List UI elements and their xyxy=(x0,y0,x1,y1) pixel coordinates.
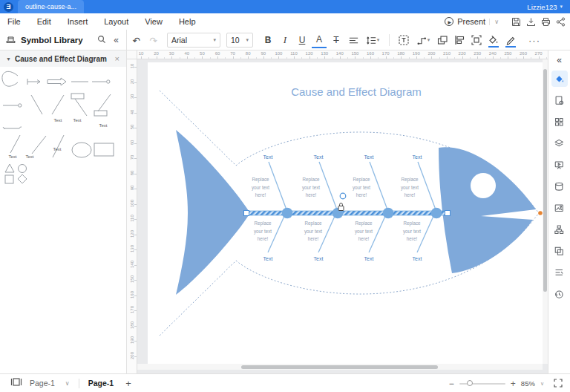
shape-branch-text-symbol[interactable] xyxy=(53,135,64,157)
branch-placeholder-text[interactable]: here! xyxy=(356,192,367,197)
branch-placeholder-text[interactable]: here! xyxy=(404,192,416,197)
branch-placeholder-text[interactable]: your text xyxy=(355,229,373,235)
present-chevron-icon[interactable]: ∨ xyxy=(489,19,499,25)
shape-line-endpoint-symbol[interactable] xyxy=(3,104,22,107)
branch-placeholder-text[interactable]: your text xyxy=(302,185,320,191)
present-button[interactable]: ▶ Present ∨ xyxy=(445,13,499,30)
branch-placeholder-text[interactable]: Replace xyxy=(302,177,320,183)
branch-placeholder-text[interactable]: your text xyxy=(304,229,322,235)
rightbar-page-settings-icon[interactable] xyxy=(551,92,568,108)
branch-placeholder-text[interactable]: here! xyxy=(255,192,266,197)
align-shapes-button[interactable] xyxy=(452,32,467,48)
shape-branch-text-symbol[interactable] xyxy=(52,95,64,114)
branch-node[interactable] xyxy=(282,208,293,219)
branch-text-label-top[interactable]: Text xyxy=(413,154,422,160)
menu-help[interactable]: Help xyxy=(179,17,196,26)
align-text-button[interactable] xyxy=(346,32,361,48)
rightbar-symbol-library-icon[interactable] xyxy=(551,114,568,130)
add-page-button[interactable]: + xyxy=(125,378,131,389)
branch-placeholder-text[interactable]: your text xyxy=(252,185,269,191)
branch-placeholder-text[interactable]: here! xyxy=(407,236,418,241)
rightbar-data-icon[interactable] xyxy=(551,178,568,195)
branch-text-label-bottom[interactable]: Text xyxy=(314,256,324,261)
shape-block-arrow-symbol[interactable] xyxy=(48,78,66,85)
library-section-header[interactable]: ▼ Cause and Effect Diagram × xyxy=(0,50,126,67)
shape-triangle-symbol[interactable] xyxy=(5,164,14,172)
search-icon[interactable] xyxy=(97,33,106,47)
strikethrough-button[interactable]: T xyxy=(329,32,344,48)
rotation-handle[interactable] xyxy=(340,193,346,199)
page-overview-icon[interactable] xyxy=(10,376,22,390)
bold-button[interactable]: B xyxy=(261,32,275,48)
selection-handle-left[interactable] xyxy=(244,211,249,216)
collapse-left-panel-icon[interactable]: « xyxy=(114,35,119,45)
branch-placeholder-text[interactable]: Replace xyxy=(304,220,322,226)
branch-placeholder-text[interactable]: Replace xyxy=(252,177,269,183)
menu-file[interactable]: File xyxy=(7,17,21,26)
menu-view[interactable]: View xyxy=(145,17,163,26)
drawing-canvas[interactable]: Cause and Effect Diagram TextTextReplace… xyxy=(137,59,548,373)
fill-color-button[interactable] xyxy=(486,32,501,48)
horizontal-scrollbar-thumb[interactable] xyxy=(241,365,438,369)
branch-text-label-bottom[interactable]: Text xyxy=(413,256,422,261)
menu-insert[interactable]: Insert xyxy=(68,17,88,26)
shape-branch-text-symbol[interactable] xyxy=(10,135,20,153)
more-tools-button[interactable]: ··· xyxy=(528,35,540,46)
shape-rectangle-symbol[interactable] xyxy=(94,143,114,156)
page-tab-active[interactable]: Page-1 xyxy=(88,379,114,388)
branch-placeholder-text[interactable]: here! xyxy=(258,236,269,241)
zoom-in-button[interactable]: + xyxy=(511,379,516,389)
page-selector[interactable]: Page-1 xyxy=(30,379,55,388)
undo-button[interactable]: ↶ xyxy=(129,32,144,48)
fishbone-spine-selected[interactable] xyxy=(246,211,448,215)
vertical-scrollbar[interactable] xyxy=(543,59,548,364)
user-account-menu[interactable]: Lizzie123 ▾ xyxy=(527,0,563,13)
branch-text-label-top[interactable]: Text xyxy=(364,154,374,160)
insert-textbox-button[interactable] xyxy=(396,32,411,48)
branch-placeholder-text[interactable]: here! xyxy=(306,192,317,197)
menu-layout[interactable]: Layout xyxy=(104,17,128,26)
selection-handle-right[interactable] xyxy=(445,211,451,216)
underline-button[interactable]: U xyxy=(295,32,309,48)
shape-arrow-symbol[interactable] xyxy=(27,79,40,85)
branch-placeholder-text[interactable]: your text xyxy=(401,185,419,191)
shape-category-box-symbol[interactable] xyxy=(71,94,87,116)
zoom-slider-knob[interactable] xyxy=(467,380,473,386)
select-group-button[interactable] xyxy=(469,32,484,48)
shape-diagonal-branch-symbol[interactable] xyxy=(31,95,42,114)
download-button[interactable] xyxy=(526,17,536,27)
section-collapse-caret-icon[interactable]: ▼ xyxy=(6,56,11,62)
collapse-right-panel-icon[interactable]: « xyxy=(557,55,562,65)
app-logo-icon[interactable]: Ǝ xyxy=(4,2,13,12)
zoom-chevron-icon[interactable]: ∨ xyxy=(540,381,544,387)
page-selector-chevron-icon[interactable]: ∨ xyxy=(65,380,70,387)
branch-placeholder-text[interactable]: your text xyxy=(403,229,421,235)
horizontal-scrollbar[interactable] xyxy=(137,364,543,370)
branch-placeholder-text[interactable]: Replace xyxy=(355,220,373,226)
shape-palette[interactable]: Text Text Text Text Text Text xyxy=(0,67,127,200)
save-button[interactable] xyxy=(511,17,521,27)
branch-placeholder-text[interactable]: your text xyxy=(353,185,370,191)
branch-placeholder-text[interactable]: Replace xyxy=(353,177,370,183)
connector-tool-button[interactable]: ▾ xyxy=(413,32,433,48)
font-color-button[interactable]: A xyxy=(312,32,327,48)
diagram-title[interactable]: Cause and Effect Diagram xyxy=(291,85,422,98)
branch-placeholder-text[interactable]: your text xyxy=(254,229,272,235)
close-section-icon[interactable]: × xyxy=(115,54,119,63)
shape-diamond-symbol[interactable] xyxy=(18,174,27,183)
branch-text-label-top[interactable]: Text xyxy=(263,154,273,160)
share-button[interactable] xyxy=(556,17,566,27)
zoom-out-button[interactable]: − xyxy=(449,379,454,389)
branch-text-label-bottom[interactable]: Text xyxy=(364,256,374,261)
zoom-level[interactable]: 85% xyxy=(521,379,535,388)
font-size-select[interactable]: 10▾ xyxy=(226,33,253,48)
shape-ellipse-symbol[interactable] xyxy=(72,143,91,157)
branch-text-label-bottom[interactable]: Text xyxy=(263,256,273,261)
shape-line-endpoint-symbol[interactable] xyxy=(92,80,110,83)
shape-arrange-button[interactable] xyxy=(435,32,450,48)
rightbar-history-icon[interactable] xyxy=(551,286,568,302)
redo-button[interactable]: ↷ xyxy=(146,32,161,48)
branch-node[interactable] xyxy=(383,208,394,219)
branch-placeholder-text[interactable]: Replace xyxy=(401,177,419,183)
print-button[interactable] xyxy=(541,17,551,27)
